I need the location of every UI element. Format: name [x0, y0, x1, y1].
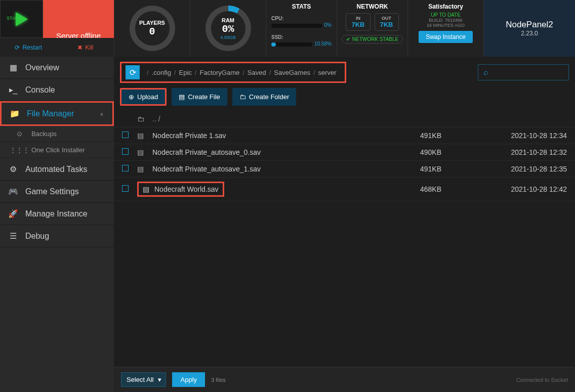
- file-name: Nodecraft World.sav: [154, 185, 219, 193]
- terminal-icon: ▸_: [8, 85, 18, 95]
- breadcrumb: ⟳ /.config /Epic /FactoryGame /Saved /Sa…: [120, 62, 346, 83]
- folder-icon: 🗀: [239, 93, 246, 101]
- upload-icon: ⊕: [129, 93, 134, 101]
- game-title: Satisfactory: [411, 3, 480, 10]
- sidebar-item-one-click-installer[interactable]: ⋮⋮⋮ One Click Installer: [0, 142, 114, 158]
- file-name: Nodecraft Private_autosave_1.sav: [152, 165, 420, 173]
- top-header: START Server offline ⟳ Restart ✖ Kill PL…: [0, 0, 575, 57]
- players-label: PLAYERS: [139, 20, 165, 26]
- network-in: IN 7KB: [346, 13, 370, 31]
- ssd-label: SSD:: [271, 34, 283, 40]
- socket-status: Connected to Socket: [516, 377, 568, 383]
- content: ⟳ /.config /Epic /FactoryGame /Saved /Sa…: [114, 57, 575, 392]
- sidebar-item-backups[interactable]: ⊙ Backups: [0, 126, 114, 142]
- file-date: 2021-10-28 12:42: [491, 185, 567, 193]
- breadcrumb-path[interactable]: /.config /Epic /FactoryGame /Saved /Save…: [143, 69, 341, 76]
- players-gauge: PLAYERS 0: [114, 0, 190, 57]
- sidebar-item-label: File Manager: [27, 109, 74, 118]
- row-checkbox[interactable]: [122, 185, 129, 192]
- file-row[interactable]: ▤ Nodecraft Private_autosave_0.sav 490KB…: [114, 144, 575, 161]
- row-checkbox[interactable]: [122, 132, 129, 138]
- sidebar-item-debug[interactable]: ☰ Debug: [0, 225, 114, 247]
- kill-icon: ✖: [77, 44, 83, 51]
- file-size: 491KB: [420, 132, 491, 140]
- ram-label: RAM: [222, 17, 234, 23]
- create-folder-label: Create Folder: [249, 93, 289, 101]
- ram-value: 0%: [222, 23, 234, 35]
- brand-version: 2.23.0: [521, 30, 538, 37]
- file-icon: ▤: [137, 148, 152, 156]
- sidebar-item-label: Console: [25, 85, 55, 95]
- sidebar-item-label: Overview: [25, 63, 59, 72]
- search-input[interactable]: ⌕: [478, 64, 569, 80]
- file-icon: ▤: [179, 93, 185, 101]
- start-button[interactable]: START: [0, 0, 43, 38]
- network-title: NETWORK: [340, 3, 404, 10]
- game-status: UP TO DATE: [411, 12, 480, 18]
- swap-instance-button[interactable]: Swap Instance: [419, 31, 473, 43]
- file-name: Nodecraft Private 1.sav: [152, 132, 420, 140]
- file-icon: ▤: [137, 132, 152, 140]
- up-directory-row[interactable]: 🗀 .. /: [114, 111, 575, 127]
- sidebar-item-manage-instance[interactable]: 🚀 Manage Instance: [0, 203, 114, 225]
- cpu-label: CPU:: [271, 16, 283, 21]
- ssd-pct: 10.58%: [314, 41, 332, 47]
- network-block: NETWORK IN 7KB OUT 7KB ✔ NETWORK STABLE: [337, 0, 407, 57]
- check-icon: ✔: [346, 36, 350, 42]
- sidebar-item-file-manager[interactable]: 📁 File Manager ▲: [0, 101, 114, 126]
- highlighted-file: ▤ Nodecraft World.sav: [137, 182, 224, 197]
- create-folder-button[interactable]: 🗀 Create Folder: [232, 88, 296, 106]
- brand-block: NodePanel2 2.23.0: [483, 0, 575, 57]
- game-build: BUILD: 7612466: [411, 18, 480, 23]
- grid-icon: ▦: [8, 63, 18, 72]
- sidebar: ▦ Overview ▸_ Console 📁 File Manager ▲ ⊙…: [0, 57, 114, 392]
- folder-icon: 🗀: [137, 115, 152, 123]
- gamepad-icon: 🎮: [8, 187, 18, 196]
- network-out: OUT 7KB: [375, 13, 399, 31]
- sidebar-item-label: Game Settings: [25, 187, 79, 196]
- restart-button[interactable]: ⟳ Restart: [0, 38, 57, 57]
- file-date: 2021-10-28 12:35: [491, 165, 567, 173]
- sidebar-item-game-settings[interactable]: 🎮 Game Settings: [0, 181, 114, 203]
- create-file-button[interactable]: ▤ Create File: [172, 88, 227, 106]
- ram-sub: 4.93GB: [220, 35, 236, 40]
- row-checkbox[interactable]: [122, 148, 129, 155]
- file-row[interactable]: ▤ Nodecraft Private 1.sav 491KB 2021-10-…: [114, 127, 575, 144]
- sidebar-item-console[interactable]: ▸_ Console: [0, 79, 114, 101]
- file-icon: ▤: [137, 165, 152, 173]
- apply-button[interactable]: Apply: [172, 372, 205, 387]
- upload-label: Upload: [137, 93, 158, 101]
- file-size: 491KB: [420, 165, 491, 173]
- file-row[interactable]: ▤ Nodecraft Private_autosave_1.sav 491KB…: [114, 161, 575, 178]
- file-size: 490KB: [420, 148, 491, 156]
- file-row[interactable]: ▤ Nodecraft World.sav 468KB 2021-10-28 1…: [114, 178, 575, 201]
- sidebar-item-label: One Click Installer: [31, 146, 85, 154]
- row-checkbox[interactable]: [122, 165, 129, 171]
- sidebar-item-label: Debug: [25, 232, 49, 241]
- sidebar-item-automated-tasks[interactable]: ⚙ Automated Tasks: [0, 158, 114, 181]
- brand-name: NodePanel2: [506, 20, 553, 30]
- stats-title: STATS: [271, 3, 332, 10]
- cpu-pct: 0%: [324, 22, 332, 28]
- refresh-icon: ⟳: [130, 68, 136, 77]
- file-count: 3 files: [211, 377, 226, 383]
- select-all-dropdown[interactable]: Select All: [121, 372, 166, 387]
- network-stable-badge: ✔ NETWORK STABLE: [342, 35, 403, 43]
- file-icon: ▤: [143, 185, 149, 193]
- sidebar-item-label: Manage Instance: [25, 209, 88, 219]
- search-icon: ⌕: [483, 68, 488, 77]
- restart-label: Restart: [22, 44, 42, 51]
- installer-icon: ⋮⋮⋮: [14, 146, 24, 154]
- create-file-label: Create File: [188, 93, 220, 101]
- upload-button[interactable]: ⊕ Upload: [120, 88, 167, 106]
- sidebar-item-overview[interactable]: ▦ Overview: [0, 57, 114, 79]
- players-value: 0: [149, 26, 155, 37]
- sidebar-item-label: Backups: [31, 130, 57, 138]
- stats-block: STATS CPU: 0% SSD: 10.58%: [266, 0, 337, 57]
- file-table: 🗀 .. / ▤ Nodecraft Private 1.sav 491KB 2…: [114, 111, 575, 367]
- file-size: 468KB: [420, 185, 491, 193]
- tasks-icon: ⚙: [8, 164, 18, 174]
- kill-button[interactable]: ✖ Kill: [57, 38, 114, 57]
- up-label: .. /: [152, 115, 567, 123]
- refresh-button[interactable]: ⟳: [126, 65, 140, 79]
